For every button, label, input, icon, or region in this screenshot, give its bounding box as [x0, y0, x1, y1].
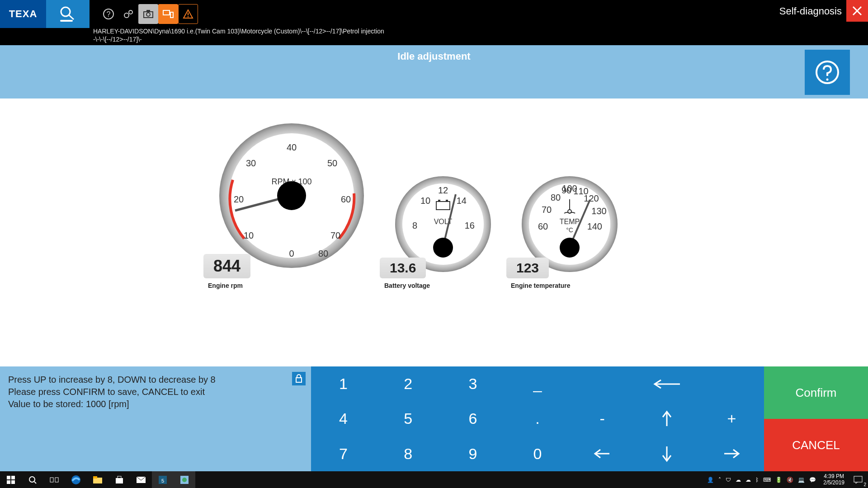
- svg-point-19: [826, 79, 829, 81]
- close-button[interactable]: [846, 0, 868, 22]
- key-underscore[interactable]: _: [505, 366, 570, 401]
- settings-icon[interactable]: [118, 4, 138, 24]
- key-3[interactable]: 3: [440, 366, 505, 401]
- tray-messages-icon[interactable]: 💬: [809, 477, 816, 483]
- brand-logo: TEXA: [0, 0, 46, 28]
- instruction-panel: Press UP to increase by 8, DOWN to decre…: [0, 366, 311, 471]
- action-buttons: Confirm CANCEL: [764, 366, 868, 471]
- taskbar-clock[interactable]: 4:39 PM 2/5/2019: [820, 471, 848, 488]
- key-minus[interactable]: -: [570, 401, 635, 436]
- svg-rect-77: [116, 478, 123, 483]
- svg-rect-72: [50, 478, 53, 482]
- key-up[interactable]: [635, 401, 699, 436]
- taskbar-app-idc5[interactable]: 5: [152, 471, 174, 488]
- svg-point-83: [182, 478, 187, 482]
- key-left[interactable]: [570, 436, 635, 471]
- tray-network-icon[interactable]: 💻: [798, 477, 805, 483]
- svg-point-32: [277, 181, 306, 210]
- svg-line-1: [69, 15, 74, 19]
- breadcrumb-line2: -\-\-\[--/12>--/17]\-: [93, 35, 384, 43]
- key-7[interactable]: 7: [311, 436, 376, 471]
- svg-text:5: 5: [161, 478, 164, 483]
- svg-point-59: [560, 238, 580, 258]
- search-icon[interactable]: [22, 471, 43, 488]
- svg-rect-68: [7, 480, 10, 484]
- system-tray[interactable]: 👤 ˄ 🛡 ☁ ☁ ᛒ ⌨ 🔋 🔇 💻 💬: [703, 471, 820, 488]
- tray-onedrive-icon[interactable]: ☁: [745, 477, 751, 483]
- title-bar: TEXA ? HARLEY-: [0, 0, 868, 45]
- confirm-button[interactable]: Confirm: [764, 366, 868, 419]
- taskbar-app-mail[interactable]: [130, 471, 152, 488]
- tray-people-icon[interactable]: 👤: [707, 477, 714, 483]
- svg-text:80: 80: [318, 249, 328, 258]
- screenshot-icon[interactable]: [138, 4, 158, 24]
- key-backspace[interactable]: [570, 366, 764, 401]
- svg-rect-73: [55, 478, 58, 482]
- key-8[interactable]: 8: [376, 436, 440, 471]
- svg-text:140: 140: [587, 221, 602, 231]
- key-down[interactable]: [635, 436, 699, 471]
- start-button[interactable]: [0, 471, 22, 488]
- task-view-icon[interactable]: [43, 471, 65, 488]
- vehicle-search-button[interactable]: [46, 0, 90, 28]
- help-icon[interactable]: ?: [99, 4, 118, 24]
- tray-volume-icon[interactable]: 🔇: [787, 477, 793, 483]
- key-4[interactable]: 4: [311, 401, 376, 436]
- key-plus[interactable]: +: [699, 401, 764, 436]
- svg-text:10: 10: [420, 196, 430, 206]
- tray-cloud-icon[interactable]: ☁: [736, 477, 741, 483]
- instruction-line-2: Please press CONFIRM to save, CANCEL to …: [8, 386, 303, 398]
- svg-text:20: 20: [234, 194, 244, 204]
- gauge-volt-value: 13.6: [380, 258, 426, 278]
- key-0[interactable]: 0: [505, 436, 570, 471]
- key-right[interactable]: [699, 436, 764, 471]
- taskbar-time: 4:39 PM: [824, 474, 844, 479]
- bottom-panel: Press UP to increase by 8, DOWN to decre…: [0, 366, 868, 471]
- tray-keyboard-icon[interactable]: ⌨: [763, 477, 771, 483]
- gauge-rpm-label: Engine rpm: [208, 282, 243, 289]
- taskbar-app-texa[interactable]: [174, 471, 195, 488]
- svg-text:80: 80: [551, 192, 561, 202]
- warning-icon[interactable]: [178, 4, 198, 24]
- taskbar-app-explorer[interactable]: [87, 471, 108, 488]
- tray-security-icon[interactable]: 🛡: [726, 477, 731, 483]
- help-button[interactable]: [805, 50, 850, 95]
- lock-button[interactable]: [292, 372, 306, 385]
- breadcrumb-line1: HARLEY-DAVIDSON\Dyna\1690 i.e.(Twin Cam …: [93, 27, 384, 35]
- taskbar-app-edge[interactable]: [65, 471, 87, 488]
- cancel-button[interactable]: CANCEL: [764, 419, 868, 471]
- svg-text:130: 130: [591, 206, 606, 216]
- connected-vehicle-icon[interactable]: [158, 4, 178, 24]
- key-5[interactable]: 5: [376, 401, 440, 436]
- tray-chevron-up-icon[interactable]: ˄: [718, 477, 721, 483]
- instruction-line-3: Value to be stored: 1000 [rpm]: [8, 398, 303, 410]
- key-2[interactable]: 2: [376, 366, 440, 401]
- gauge-volt-label: Battery voltage: [384, 282, 430, 289]
- key-dot[interactable]: .: [505, 401, 570, 436]
- tray-battery-icon[interactable]: 🔋: [775, 477, 782, 483]
- svg-point-70: [29, 477, 35, 482]
- key-1[interactable]: 1: [311, 366, 376, 401]
- key-9[interactable]: 9: [440, 436, 505, 471]
- svg-text:10: 10: [244, 230, 254, 240]
- svg-line-71: [34, 482, 36, 483]
- page-title: Idle adjustment: [397, 51, 470, 62]
- svg-text:?: ?: [107, 10, 111, 18]
- svg-text:60: 60: [538, 221, 548, 231]
- page-banner: Idle adjustment: [0, 45, 868, 99]
- action-center-icon[interactable]: 2: [848, 471, 868, 488]
- svg-rect-41: [438, 200, 440, 202]
- svg-rect-10: [163, 10, 170, 15]
- svg-text:12: 12: [438, 185, 448, 195]
- gauge-temperature: 60 70 80 90 100 110 120 130 140 TEM: [520, 174, 619, 289]
- gauge-rpm: 0 10 20 30 40 50 60 70 80 RPM x 100 844: [217, 121, 366, 289]
- svg-text:0: 0: [289, 249, 294, 258]
- tray-bluetooth-icon[interactable]: ᛒ: [755, 477, 759, 483]
- svg-rect-60: [296, 378, 302, 382]
- breadcrumb: HARLEY-DAVIDSON\Dyna\1690 i.e.(Twin Cam …: [93, 27, 384, 43]
- svg-rect-9: [146, 10, 150, 12]
- svg-rect-66: [7, 476, 10, 479]
- svg-text:70: 70: [330, 230, 340, 240]
- key-6[interactable]: 6: [440, 401, 505, 436]
- taskbar-app-store[interactable]: [108, 471, 130, 488]
